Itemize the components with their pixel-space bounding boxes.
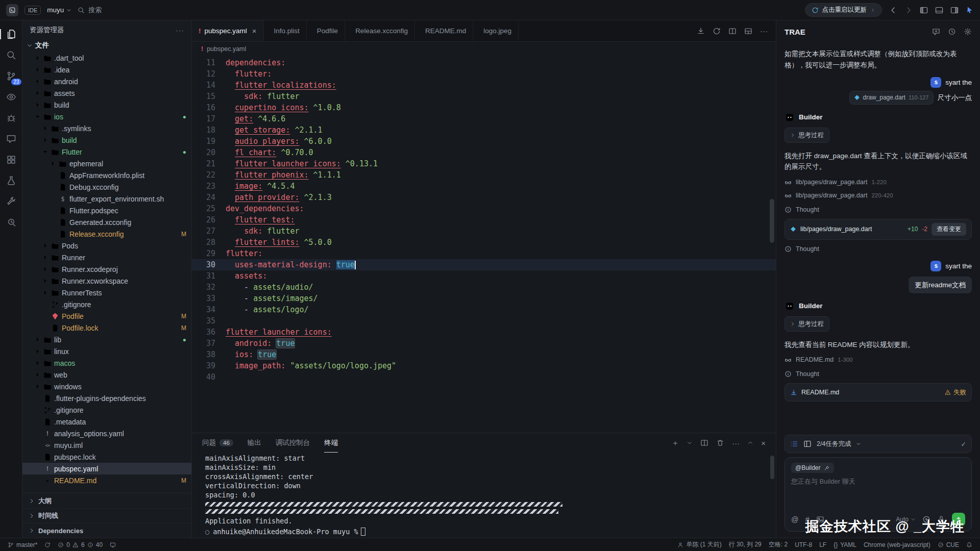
code-line-19[interactable]: 19 audio_players: ^6.0.0: [192, 136, 776, 147]
tree-item-.idea[interactable]: .idea: [22, 64, 191, 76]
code-line-35[interactable]: 35: [192, 315, 776, 327]
download-icon[interactable]: [697, 27, 705, 35]
agent-chip[interactable]: @Builder: [791, 463, 834, 473]
code-line-30[interactable]: 30 uses-material-design: true: [192, 259, 776, 270]
tree-item-android[interactable]: android: [22, 76, 191, 87]
new-chat-icon[interactable]: [932, 28, 940, 36]
tree-item-pubspec.lock[interactable]: pubspec.lock: [22, 451, 191, 463]
code-line-34[interactable]: 34 - assets/logo/: [192, 304, 776, 315]
activity-extensions[interactable]: [2, 150, 21, 169]
files-section-header[interactable]: 文件: [22, 40, 191, 52]
tree-item-macos[interactable]: macos: [22, 357, 191, 369]
code-line-12[interactable]: 12 flutter:: [192, 68, 776, 80]
file-read-row[interactable]: lib/pages/draw_page.dart220-420: [785, 190, 972, 201]
panel-tab-问题[interactable]: 问题46: [202, 433, 233, 453]
tree-item-.gitignore[interactable]: .gitignore: [22, 404, 191, 416]
activity-preview[interactable]: [2, 87, 21, 107]
tree-item-ephemeral[interactable]: ephemeral: [22, 158, 191, 169]
activity-source-control[interactable]: 23: [2, 66, 21, 86]
history-icon[interactable]: [948, 28, 956, 36]
chat-input-placeholder[interactable]: 您正在与 Builder 聊天: [791, 477, 965, 509]
task-check-icon[interactable]: ✓: [961, 440, 966, 448]
timeline-section[interactable]: 时间线: [22, 508, 191, 523]
failed-task-card[interactable]: README.md失败: [785, 383, 972, 402]
pointer-tool-icon[interactable]: [966, 6, 974, 14]
more-actions-icon[interactable]: ···: [732, 439, 740, 447]
tree-item-RunnerTests[interactable]: RunnerTests: [22, 287, 191, 298]
tree-item-Release.xcconfig[interactable]: Release.xcconfigM: [22, 228, 191, 240]
code-line-22[interactable]: 22 flutter_phoenix: ^1.1.1: [192, 169, 776, 181]
tree-item-Flutter.podspec[interactable]: Flutter.podspec: [22, 205, 191, 216]
code-line-38[interactable]: 38 ios: true: [192, 349, 776, 360]
activity-chat[interactable]: [2, 129, 21, 148]
tree-item-web[interactable]: web: [22, 369, 191, 381]
restart-update-button[interactable]: 点击重启以更新: [805, 3, 883, 17]
code-line-21[interactable]: 21 flutter_launcher_icons: ^0.13.1: [192, 158, 776, 169]
code-line-24[interactable]: 24 path_provider: ^2.1.3: [192, 192, 776, 203]
git-blame-indicator[interactable]: 单陈 (1 天前): [674, 538, 725, 551]
code-line-16[interactable]: 16 cupertino_icons: ^1.0.8: [192, 102, 776, 113]
tree-item-lib[interactable]: lib●: [22, 334, 191, 345]
editor-tab-logo.jpeg[interactable]: logo.jpeg: [473, 20, 519, 41]
code-editor[interactable]: 11dependencies:12 flutter:14 flutter_loc…: [192, 56, 776, 433]
context-file-chip[interactable]: draw_page.dart110-127: [849, 91, 934, 105]
maximize-panel-icon[interactable]: [747, 440, 753, 446]
editor-tab-Podfile[interactable]: Podfile: [307, 20, 345, 41]
task-progress-bar[interactable]: 2/4任务完成 ✓: [785, 435, 972, 453]
tree-item-.flutter-plugins-dependencies[interactable]: .flutter-plugins-dependencies: [22, 392, 191, 404]
code-line-32[interactable]: 32 - assets/audio/: [192, 282, 776, 293]
code-line-11[interactable]: 11dependencies:: [192, 57, 776, 68]
thought-process-toggle[interactable]: 思考过程: [785, 128, 829, 143]
toggle-right-panel-button[interactable]: [950, 6, 959, 14]
thought-row[interactable]: Thought: [785, 369, 972, 379]
code-line-15[interactable]: 15 sdk: flutter: [192, 91, 776, 102]
code-line-39[interactable]: 39 image_path: "assets/logo/logo.jpeg": [192, 360, 776, 371]
close-tab-icon[interactable]: ×: [252, 27, 257, 35]
nav-back-button[interactable]: [889, 6, 897, 14]
global-search[interactable]: 搜索: [78, 6, 102, 15]
image-attach-icon[interactable]: [816, 515, 824, 523]
tree-item-build[interactable]: build: [22, 134, 191, 146]
editor-tab-README.md[interactable]: README.md: [415, 20, 473, 41]
dependencies-section[interactable]: Dependencies: [22, 523, 191, 538]
sync-changes-button[interactable]: [41, 538, 54, 551]
editor-tab-Info.plist[interactable]: Info.plist: [264, 20, 307, 41]
code-line-37[interactable]: 37 android: true: [192, 338, 776, 349]
tree-item-README.md[interactable]: README.mdM: [22, 474, 191, 486]
sync-icon[interactable]: [713, 27, 721, 35]
cue-indicator[interactable]: CUE: [934, 538, 963, 551]
chat-input-box[interactable]: @Builder 您正在与 Builder 聊天 @ # Auto: [785, 457, 972, 532]
tree-item-muyu.iml[interactable]: <>muyu.iml: [22, 439, 191, 451]
tree-item-ios[interactable]: ios●: [22, 111, 191, 122]
code-line-28[interactable]: 28 flutter_lints: ^5.0.0: [192, 237, 776, 248]
diff-card[interactable]: lib/pages/draw_page.dart+10-2查看变更: [785, 219, 972, 240]
tree-item-Runner.xcodeproj[interactable]: Runner.xcodeproj: [22, 263, 191, 275]
eol-indicator[interactable]: LF: [816, 538, 830, 551]
tree-item-Runner.xcworkspace[interactable]: Runner.xcworkspace: [22, 275, 191, 287]
tree-item-Flutter[interactable]: Flutter●: [22, 146, 191, 158]
tree-item-Podfile.lock[interactable]: Podfile.lockM: [22, 322, 191, 334]
language-mode-indicator[interactable]: {}YAML: [830, 538, 860, 551]
tree-item-pubspec.yaml[interactable]: !pubspec.yaml: [22, 463, 191, 474]
breadcrumb[interactable]: ! pubspec.yaml: [192, 42, 776, 56]
thought-process-toggle[interactable]: 思考过程: [785, 316, 829, 332]
view-changes-button[interactable]: 查看变更: [932, 223, 966, 236]
tree-item-windows[interactable]: windows: [22, 381, 191, 392]
code-line-27[interactable]: 27 sdk: flutter: [192, 226, 776, 237]
code-line-14[interactable]: 14 flutter_localizations:: [192, 80, 776, 91]
tree-item-.symlinks[interactable]: .symlinks: [22, 122, 191, 134]
mic-icon[interactable]: [937, 515, 945, 523]
activity-debug[interactable]: [2, 108, 21, 128]
app-logo[interactable]: [6, 4, 18, 16]
terminal[interactable]: mainAxisAlignment: startmainAxisSize: mi…: [192, 453, 776, 538]
tree-item-Pods[interactable]: Pods: [22, 240, 191, 252]
activity-explorer[interactable]: [2, 24, 21, 44]
code-line-40[interactable]: 40: [192, 371, 776, 383]
encoding-indicator[interactable]: UTF-8: [791, 538, 816, 551]
tree-item-assets[interactable]: assets: [22, 87, 191, 99]
runtime-indicator[interactable]: Chrome (web-javascript): [860, 538, 934, 551]
split-terminal-icon[interactable]: [700, 439, 708, 447]
tree-item-AppFrameworkInfo.plist[interactable]: AppFrameworkInfo.plist: [22, 169, 191, 181]
tree-item-analysis_options.yaml[interactable]: !analysis_options.yaml: [22, 428, 191, 439]
more-actions-icon[interactable]: ···: [760, 27, 768, 35]
